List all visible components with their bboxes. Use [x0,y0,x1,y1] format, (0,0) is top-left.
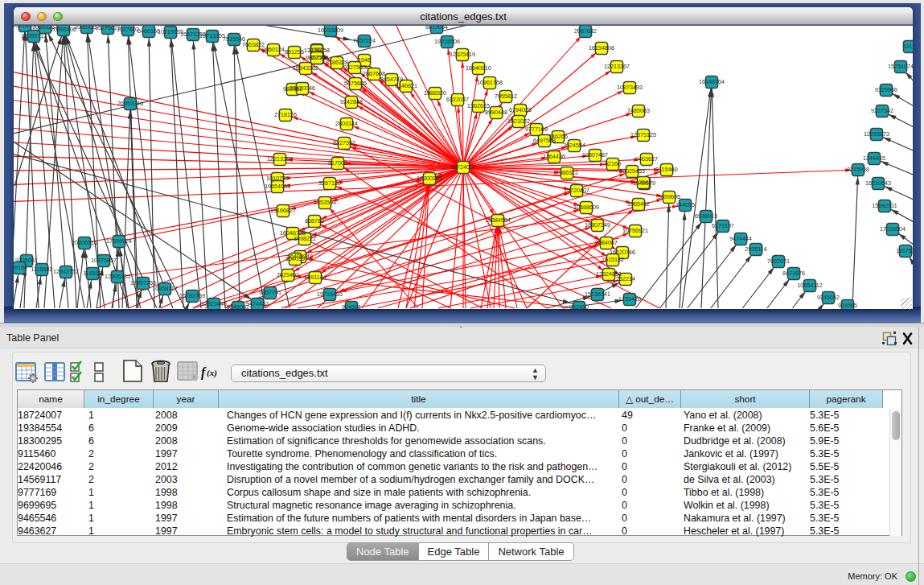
svg-text:(x): (x) [207,368,217,378]
svg-text:8454749: 8454749 [380,76,403,83]
svg-text:891295: 891295 [285,48,304,56]
svg-text:9827509: 9827509 [306,54,328,61]
svg-text:13226058: 13226058 [304,47,330,54]
svg-text:16713155: 16713155 [199,32,225,39]
svg-text:2935114: 2935114 [745,245,766,253]
svg-text:7955812: 7955812 [495,93,517,100]
svg-text:1965492: 1965492 [627,200,650,208]
svg-text:1527602: 1527602 [117,26,139,33]
svg-text:12942757: 12942757 [53,268,79,275]
svg-text:15720407: 15720407 [564,187,589,194]
svg-text:17359924: 17359924 [106,237,132,245]
svg-text:8990448: 8990448 [485,109,507,116]
svg-text:9860124: 9860124 [262,46,285,53]
svg-text:62160: 62160 [605,160,621,167]
svg-text:10973493: 10973493 [617,84,643,91]
svg-text:6497568: 6497568 [533,137,556,144]
svg-text:6466160: 6466160 [138,27,160,35]
svg-text:10807487: 10807487 [582,151,608,159]
svg-text:17016504: 17016504 [880,225,906,233]
svg-text:16120746: 16120746 [610,249,635,256]
svg-text:16033809: 16033809 [318,27,343,34]
svg-text:12055712: 12055712 [21,32,47,39]
svg-text:10654112: 10654112 [797,282,822,289]
svg-text:f: f [201,365,207,380]
svg-text:264: 264 [639,179,648,186]
svg-text:9777169: 9777169 [525,126,548,133]
svg-text:932450: 932450 [569,303,589,308]
svg-text:15692911: 15692911 [872,202,897,209]
svg-text:16543362: 16543362 [293,64,318,72]
svg-text:10756921: 10756921 [622,227,648,234]
svg-text:2803144: 2803144 [335,120,358,127]
svg-text:7632621: 7632621 [767,257,790,265]
svg-text:3267130: 3267130 [318,179,341,187]
svg-text:8813054: 8813054 [425,26,448,31]
svg-text:18807249: 18807249 [585,221,610,229]
svg-text:8427552: 8427552 [333,139,355,146]
svg-text:7857224: 7857224 [353,37,376,44]
svg-text:924501: 924501 [342,303,361,308]
svg-text:19166827: 19166827 [270,207,296,214]
svg-text:8215958: 8215958 [847,166,869,173]
svg-text:2087682: 2087682 [574,27,597,35]
svg-text:16782759: 16782759 [179,292,205,299]
svg-text:1115682: 1115682 [31,266,53,273]
svg-text:18724007: 18724007 [450,163,476,171]
svg-text:10688609: 10688609 [573,204,599,211]
svg-text:1244415: 1244415 [863,154,885,162]
svg-text:1691144: 1691144 [304,274,326,281]
svg-text:9146821: 9146821 [395,82,417,89]
svg-text:8471676: 8471676 [782,270,805,277]
svg-text:1733426: 1733426 [618,295,641,303]
svg-text:15751074: 15751074 [888,63,912,70]
svg-text:10975857: 10975857 [91,257,117,264]
svg-text:12213369: 12213369 [267,155,293,163]
svg-text:19384554: 19384554 [485,216,511,224]
svg-text:12375125: 12375125 [630,131,656,138]
svg-text:9245652: 9245652 [817,294,840,301]
svg-text:16148764: 16148764 [699,78,725,85]
svg-text:6322037: 6322037 [446,96,469,103]
svg-text:868783: 868783 [305,217,324,225]
svg-text:20691406: 20691406 [51,26,76,33]
svg-text:26053346: 26053346 [117,100,143,107]
svg-text:3624554: 3624554 [563,142,585,149]
svg-text:9335061: 9335061 [15,257,38,264]
svg-text:116753: 116753 [896,247,912,254]
svg-text:1546: 1546 [358,56,371,64]
svg-text:9474412: 9474412 [246,300,269,307]
svg-text:10025453: 10025453 [619,167,645,175]
svg-text:23420046: 23420046 [290,84,315,92]
svg-text:1010755: 1010755 [266,175,289,182]
svg-text:6794028: 6794028 [509,106,532,113]
svg-text:16640910: 16640910 [466,64,491,72]
svg-text:517006: 517006 [328,159,347,167]
svg-text:39154: 39154 [14,264,27,271]
svg-text:5675685: 5675685 [344,80,367,87]
svg-text:114519: 114519 [83,270,101,277]
svg-text:1364436: 1364436 [543,153,565,160]
svg-text:7663822: 7663822 [242,41,265,48]
svg-text:6179197: 6179197 [712,222,734,229]
svg-text:1621022: 1621022 [507,117,530,125]
svg-text:19218506: 19218506 [434,38,460,45]
svg-text:15136141: 15136141 [585,290,610,298]
svg-text:9463627: 9463627 [635,155,658,163]
svg-text:7986322: 7986322 [556,169,578,176]
svg-text:7625402: 7625402 [277,271,299,278]
svg-text:19654983: 19654983 [265,183,290,190]
svg-text:18300295: 18300295 [417,175,442,182]
svg-text:2718126: 2718126 [274,111,297,118]
svg-text:16154808: 16154808 [589,44,614,51]
svg-text:9857791: 9857791 [259,289,281,296]
svg-text:10958117: 10958117 [152,285,177,292]
svg-text:12325419: 12325419 [450,51,475,58]
svg-text:12323446: 12323446 [201,300,227,307]
svg-text:15716485: 15716485 [317,290,343,298]
svg-text:9115460: 9115460 [655,166,677,173]
svg-text:16210643: 16210643 [865,179,891,187]
svg-text:1615132: 1615132 [602,256,624,263]
svg-text:3498222: 3498222 [294,235,316,242]
svg-text:924565: 924565 [838,302,857,308]
